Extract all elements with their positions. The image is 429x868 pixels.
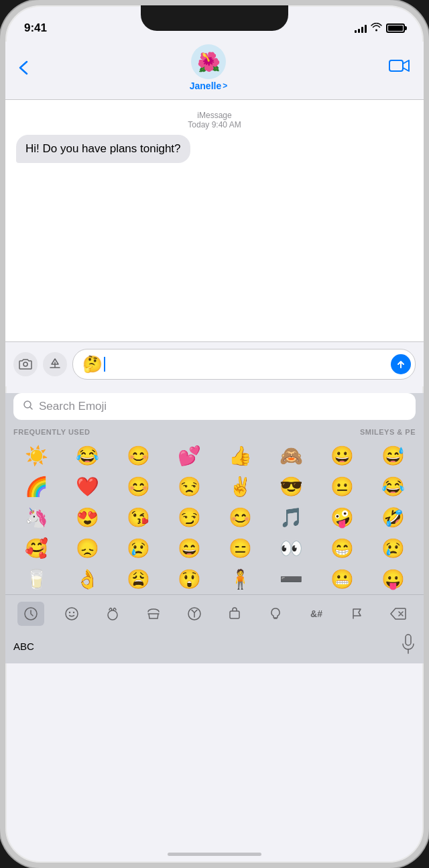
- microphone-icon[interactable]: [401, 634, 416, 658]
- emoji-milk[interactable]: 🥛: [11, 563, 62, 594]
- emoji-rofl[interactable]: 😂: [367, 471, 418, 502]
- svg-rect-0: [389, 60, 403, 71]
- emoji-sun[interactable]: ☀️: [11, 440, 62, 471]
- back-button[interactable]: [19, 60, 28, 75]
- emoji-astonished[interactable]: 😲: [164, 563, 214, 594]
- emoji-sunglasses[interactable]: 😎: [265, 471, 316, 502]
- emoji-heart[interactable]: ❤️: [62, 471, 113, 502]
- emoji-grimace[interactable]: 😬: [316, 563, 367, 594]
- phone-frame: 9:41: [0, 0, 429, 868]
- emoji-big-smile[interactable]: 😄: [164, 533, 214, 563]
- input-area: 🤔: [5, 341, 424, 386]
- emoji-minus[interactable]: ➖: [265, 563, 316, 594]
- emoji-relieved[interactable]: 😊: [214, 502, 265, 533]
- chevron-right-icon: >: [223, 81, 227, 91]
- thinking-emoji: 🤔: [82, 355, 103, 374]
- emoji-weary[interactable]: 😩: [113, 563, 164, 594]
- wifi-icon: [371, 23, 382, 34]
- home-indicator: [168, 853, 261, 856]
- emoji-rofl2[interactable]: 🤣: [367, 502, 418, 533]
- emoji-kiss[interactable]: 😘: [113, 502, 164, 533]
- emoji-seemonkey[interactable]: 🙈: [265, 440, 316, 471]
- emoji-heart-eyes[interactable]: 😍: [62, 502, 113, 533]
- emoji-joy[interactable]: 😂: [62, 440, 113, 471]
- emoji-smiling-hearts[interactable]: 🥰: [11, 533, 62, 563]
- emoji-peace[interactable]: ✌️: [214, 471, 265, 502]
- search-icon: [23, 400, 34, 413]
- smileys-label: SMILEYS & PE: [360, 428, 416, 436]
- camera-button[interactable]: [13, 352, 38, 376]
- keyboard-bottom-row: ABC: [5, 631, 424, 663]
- emoji-unamused[interactable]: 😒: [164, 471, 214, 502]
- message-container: Hi! Do you have plans tonight?: [16, 135, 413, 163]
- emoji-beam[interactable]: 😁: [316, 533, 367, 563]
- status-time: 9:41: [24, 21, 47, 35]
- search-emoji-placeholder: Search Emoji: [39, 400, 107, 413]
- emoji-disappointed[interactable]: 😞: [62, 533, 113, 563]
- emoji-person[interactable]: 🧍: [214, 563, 265, 594]
- emoji-expressionless[interactable]: 😑: [214, 533, 265, 563]
- travel-category-button[interactable]: [221, 602, 248, 626]
- emoji-grinning[interactable]: 😀: [316, 440, 367, 471]
- avatar: 🌺: [191, 44, 226, 79]
- appstore-button[interactable]: [43, 352, 67, 376]
- keyboard-abc-label[interactable]: ABC: [13, 641, 34, 652]
- food-category-button[interactable]: [140, 602, 167, 626]
- signal-icon: [355, 23, 367, 33]
- sports-category-button[interactable]: [181, 602, 208, 626]
- emoji-unicorn[interactable]: 🦄: [11, 502, 62, 533]
- emoji-rainbow[interactable]: 🌈: [11, 471, 62, 502]
- emoji-grid: ☀️ 😂 😊 💕 👍 🙈 😀 😅 🌈 ❤️ 😊 😒 ✌️ 😎 😐 😂 🦄 😍 😘…: [5, 440, 424, 594]
- message-timestamp: iMessage Today 9:40 AM: [16, 111, 413, 129]
- send-button[interactable]: [391, 354, 411, 374]
- frequently-used-label: FREQUENTLY USED: [13, 428, 90, 436]
- emoji-hearts[interactable]: 💕: [164, 440, 214, 471]
- animals-category-button[interactable]: [99, 602, 126, 626]
- delete-emoji-button[interactable]: [385, 602, 412, 626]
- emoji-eyes[interactable]: 👀: [265, 533, 316, 563]
- svg-rect-9: [230, 611, 239, 618]
- emoji-search-bar[interactable]: Search Emoji: [13, 393, 416, 420]
- emoji-section-labels: FREQUENTLY USED SMILEYS & PE: [5, 425, 424, 439]
- emoji-cry[interactable]: 😢: [113, 533, 164, 563]
- emoji-sob[interactable]: 😢: [367, 533, 418, 563]
- text-cursor: [104, 357, 105, 372]
- emoji-smile[interactable]: 😊: [113, 440, 164, 471]
- notch: [141, 5, 288, 31]
- svg-point-6: [73, 612, 74, 613]
- recent-category-button[interactable]: [17, 602, 44, 626]
- flags-category-button[interactable]: [344, 602, 371, 626]
- emoji-neutral[interactable]: 😐: [316, 471, 367, 502]
- emoji-category-bar: &#: [5, 594, 424, 631]
- svg-point-4: [66, 608, 78, 620]
- message-bubble: Hi! Do you have plans tonight?: [16, 135, 190, 163]
- emoji-ok-hand[interactable]: 👌: [62, 563, 113, 594]
- emoji-thumbsup[interactable]: 👍: [214, 440, 265, 471]
- svg-point-1: [23, 362, 27, 366]
- svg-rect-10: [406, 635, 411, 645]
- messages-area: iMessage Today 9:40 AM Hi! Do you have p…: [5, 100, 424, 341]
- emoji-sweat-smile[interactable]: 😅: [367, 440, 418, 471]
- svg-point-5: [69, 612, 70, 613]
- video-call-button[interactable]: [389, 58, 410, 77]
- objects-category-button[interactable]: [262, 602, 289, 626]
- contact-name: Janelle >: [190, 80, 228, 91]
- emoji-blush[interactable]: 😊: [113, 471, 164, 502]
- contact-info[interactable]: 🌺 Janelle >: [190, 44, 228, 91]
- emoji-keyboard: Search Emoji FREQUENTLY USED SMILEYS & P…: [5, 393, 424, 663]
- symbols-category-button[interactable]: &#: [303, 602, 330, 626]
- svg-point-7: [108, 610, 117, 620]
- emoji-zany[interactable]: 🤪: [316, 502, 367, 533]
- emoji-tongue[interactable]: 😛: [367, 563, 418, 594]
- messages-header: 🌺 Janelle >: [5, 42, 424, 100]
- emoji-music[interactable]: 🎵: [265, 502, 316, 533]
- battery-icon: [386, 23, 405, 33]
- emoji-smirk[interactable]: 😏: [164, 502, 214, 533]
- status-icons: [355, 23, 405, 34]
- smiley-category-button[interactable]: [58, 602, 85, 626]
- message-input[interactable]: 🤔: [72, 349, 416, 380]
